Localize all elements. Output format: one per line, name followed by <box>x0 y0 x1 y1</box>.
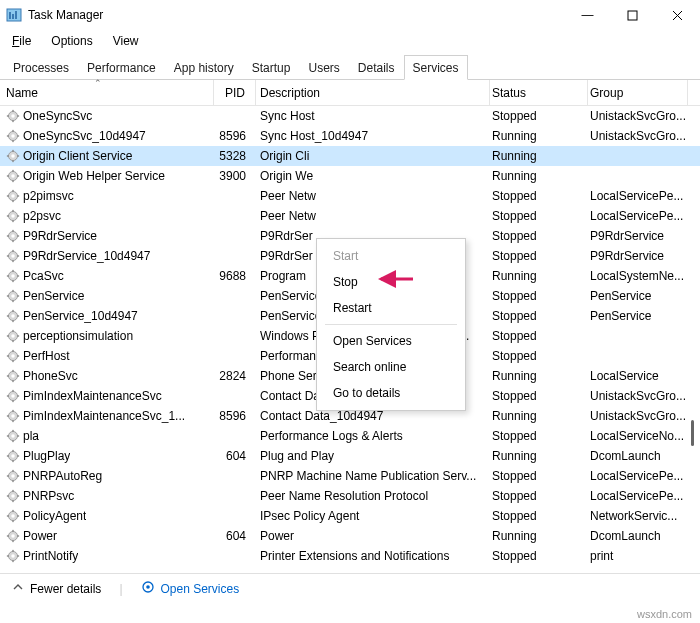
column-headers: Name⌃ PID Description Status Group <box>0 80 700 106</box>
svg-rect-117 <box>12 470 13 472</box>
table-row[interactable]: plaPerformance Logs & AlertsStoppedLocal… <box>0 426 700 446</box>
service-status: Stopped <box>490 489 588 503</box>
service-name: OneSyncSvc_10d4947 <box>23 129 146 143</box>
svg-rect-125 <box>7 495 9 496</box>
svg-rect-2 <box>12 14 14 19</box>
service-status: Stopped <box>490 429 588 443</box>
table-row[interactable]: Origin Client Service5328Origin CliRunni… <box>0 146 700 166</box>
svg-rect-71 <box>7 315 9 316</box>
svg-rect-82 <box>12 360 13 362</box>
svg-rect-114 <box>17 455 19 456</box>
menu-item-open-services[interactable]: Open Services <box>317 328 465 354</box>
svg-point-122 <box>11 494 15 498</box>
tab-strip: Processes Performance App history Startu… <box>0 52 700 80</box>
svg-point-140 <box>11 554 15 558</box>
svg-rect-28 <box>12 180 13 182</box>
service-name: Power <box>23 529 57 543</box>
svg-point-110 <box>11 454 15 458</box>
service-gear-icon <box>6 369 20 383</box>
fewer-details-button[interactable]: Fewer details <box>12 581 101 596</box>
table-row[interactable]: PolicyAgentIPsec Policy AgentStoppedNetw… <box>0 506 700 526</box>
tab-services[interactable]: Services <box>404 55 468 80</box>
maximize-button[interactable] <box>610 0 655 30</box>
tab-performance[interactable]: Performance <box>78 55 165 79</box>
separator: | <box>119 582 122 596</box>
table-row[interactable]: p2pimsvcPeer NetwStoppedLocalServicePe..… <box>0 186 700 206</box>
svg-rect-130 <box>12 520 13 522</box>
header-group[interactable]: Group <box>588 80 688 105</box>
service-pid: 8596 <box>214 129 256 143</box>
svg-rect-66 <box>17 295 19 296</box>
tab-users[interactable]: Users <box>299 55 348 79</box>
context-menu: Start Stop Restart Open Services Search … <box>316 238 466 411</box>
service-status: Running <box>490 169 588 183</box>
svg-rect-30 <box>17 175 19 176</box>
svg-rect-64 <box>12 300 13 302</box>
svg-rect-76 <box>12 340 13 342</box>
header-description[interactable]: Description <box>256 80 490 105</box>
table-row[interactable]: PrintNotifyPrinter Extensions and Notifi… <box>0 546 700 566</box>
table-row[interactable]: PNRPsvcPeer Name Resolution ProtocolStop… <box>0 486 700 506</box>
menu-item-search-online[interactable]: Search online <box>317 354 465 380</box>
menu-item-start[interactable]: Start <box>317 243 465 269</box>
menu-options[interactable]: Options <box>41 32 102 50</box>
header-status[interactable]: Status <box>490 80 588 105</box>
svg-rect-34 <box>12 200 13 202</box>
svg-point-62 <box>11 294 15 298</box>
service-description: Contact Data_10d4947 <box>256 409 490 423</box>
service-status: Stopped <box>490 509 588 523</box>
service-status: Stopped <box>490 249 588 263</box>
table-row[interactable]: PNRPAutoRegPNRP Machine Name Publication… <box>0 466 700 486</box>
table-row[interactable]: p2psvcPeer NetwStoppedLocalServicePe... <box>0 206 700 226</box>
service-gear-icon <box>6 269 20 283</box>
header-pid[interactable]: PID <box>214 80 256 105</box>
svg-rect-88 <box>12 380 13 382</box>
menu-view[interactable]: View <box>103 32 149 50</box>
watermark: wsxdn.com <box>637 608 692 620</box>
gear-icon <box>141 580 155 597</box>
table-row[interactable]: OneSyncSvcSync HostStoppedUnistackSvcGro… <box>0 106 700 126</box>
svg-rect-57 <box>12 270 13 272</box>
menu-item-restart[interactable]: Restart <box>317 295 465 321</box>
service-description: IPsec Policy Agent <box>256 509 490 523</box>
tab-processes[interactable]: Processes <box>4 55 78 79</box>
service-group: UnistackSvcGro... <box>588 389 688 403</box>
svg-rect-96 <box>17 395 19 396</box>
scrollbar-thumb[interactable] <box>691 420 694 446</box>
close-button[interactable] <box>655 0 700 30</box>
header-name[interactable]: Name⌃ <box>6 80 214 105</box>
service-name: p2psvc <box>23 209 61 223</box>
svg-rect-129 <box>12 510 13 512</box>
menu-item-go-to-details[interactable]: Go to details <box>317 380 465 406</box>
tab-details[interactable]: Details <box>349 55 404 79</box>
table-row[interactable]: Power604PowerRunningDcomLaunch <box>0 526 700 546</box>
table-row[interactable]: OneSyncSvc_10d49478596Sync Host_10d4947R… <box>0 126 700 146</box>
tab-app-history[interactable]: App history <box>165 55 243 79</box>
services-table: Name⌃ PID Description Status Group OneSy… <box>0 80 700 566</box>
service-name: Origin Web Helper Service <box>23 169 165 183</box>
tab-startup[interactable]: Startup <box>243 55 300 79</box>
service-status: Stopped <box>490 349 588 363</box>
menu-file[interactable]: File <box>2 32 41 50</box>
svg-rect-54 <box>17 255 19 256</box>
titlebar: Task Manager — <box>0 0 700 30</box>
open-services-link[interactable]: Open Services <box>141 580 240 597</box>
service-name: PcaSvc <box>23 269 64 283</box>
service-pid: 3900 <box>214 169 256 183</box>
minimize-button[interactable]: — <box>565 0 610 30</box>
service-name: OneSyncSvc <box>23 109 92 123</box>
svg-rect-51 <box>12 250 13 252</box>
table-row[interactable]: Origin Web Helper Service3900Origin WeRu… <box>0 166 700 186</box>
service-name: p2pimsvc <box>23 189 74 203</box>
svg-rect-29 <box>7 175 9 176</box>
vertical-scrollbar[interactable] <box>688 240 694 620</box>
svg-rect-60 <box>17 275 19 276</box>
svg-point-38 <box>11 214 15 218</box>
service-gear-icon <box>6 349 20 363</box>
service-group: LocalService <box>588 369 688 383</box>
table-row[interactable]: PlugPlay604Plug and PlayRunningDcomLaunc… <box>0 446 700 466</box>
svg-point-8 <box>11 114 15 118</box>
service-gear-icon <box>6 169 20 183</box>
service-group: DcomLaunch <box>588 529 688 543</box>
service-group: LocalSystemNe... <box>588 269 688 283</box>
